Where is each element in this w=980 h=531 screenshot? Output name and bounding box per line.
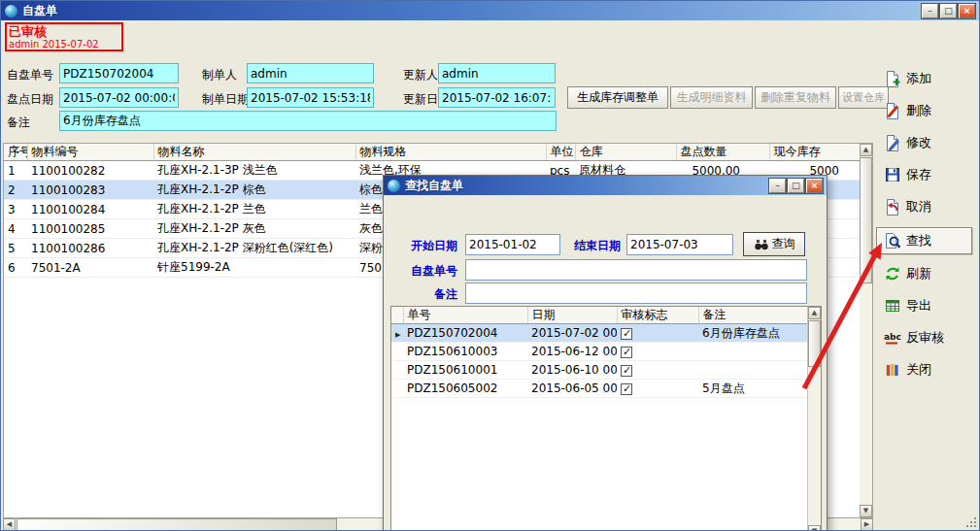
sidebar-button-label: 导出 [906,297,931,315]
dialog-close-button[interactable] [806,179,823,193]
table-cell: PDZ150605002 [403,380,527,398]
sidebar-button-delete[interactable]: 删除 [884,97,973,124]
sidebar-button-label: 查找 [906,232,931,249]
scroll-down-button[interactable] [808,525,821,531]
column-header[interactable]: 盘点数量 [676,144,769,161]
update-date-field[interactable] [438,87,556,108]
delete-icon [884,102,901,119]
scroll-thumb[interactable] [17,518,337,531]
dialog-minimize-button[interactable] [769,179,786,193]
svg-text:abc: abc [884,332,901,342]
stock-date-field[interactable] [59,87,179,108]
column-header[interactable]: 日期 [527,307,617,324]
updater-field[interactable] [438,63,556,83]
column-header[interactable]: 物料名称 [153,144,355,161]
sidebar-button-find[interactable]: 查找 [876,227,972,254]
column-header[interactable]: 现今库存 [769,144,861,161]
sidebar-button-label: 添加 [906,70,931,87]
generate-detail-button[interactable]: 生成明细资料 [670,86,753,109]
sidebar-button-label: 修改 [906,134,931,151]
scroll-thumb[interactable] [808,320,821,367]
delete-duplicate-button[interactable]: 删除重复物料 [755,86,836,109]
audit-checkbox[interactable] [621,328,632,340]
dialog-remark-input[interactable] [465,282,807,304]
sidebar-button-export[interactable]: 导出 [884,292,973,319]
table-row[interactable]: PDZ150610001 2015-06-10 00 [391,361,808,380]
sidebar-button-save[interactable]: 保存 [884,161,973,188]
remark-label: 备注 [7,115,30,131]
table-cell [617,380,698,398]
updater-label: 更新人 [403,67,438,83]
audit-status: 已审核 [9,24,119,39]
table-cell: 5 [4,239,27,258]
dialog-maximize-button[interactable] [788,179,804,193]
table-cell: 孔座XH-2.1-2P 灰色 [153,219,355,239]
table-cell: 孔座XH-2.1-2P 兰色 [153,200,355,219]
dialog-order-no-label: 自盘单号 [411,263,457,280]
minimize-button[interactable] [922,4,938,18]
audit-checkbox[interactable] [621,383,632,395]
column-header[interactable]: 单号 [403,307,527,324]
column-header[interactable]: 序号 [4,144,27,161]
dialog-vertical-scrollbar[interactable] [807,307,821,531]
sidebar-button-add[interactable]: 添加 [884,65,973,92]
create-date-field[interactable] [247,87,374,108]
dialog-title: 查找自盘单 [405,178,463,194]
start-date-input[interactable] [465,234,560,255]
scroll-down-button[interactable] [860,505,872,517]
set-warehouse-button[interactable]: 设置仓库 [838,86,889,109]
dialog-remark-label: 备注 [434,286,457,303]
unaudit-icon: abc [884,329,901,347]
sidebar-button-cancel[interactable]: 取消 [884,193,973,220]
table-cell [391,343,403,361]
order-no-field[interactable] [59,63,179,83]
titlebar[interactable]: 自盘单 [1,1,979,20]
window-title: 自盘单 [22,3,57,19]
table-cell: 6月份库存盘点 [698,324,808,343]
binoculars-icon [754,238,769,251]
column-header[interactable]: 仓库 [575,144,676,161]
scroll-left-button[interactable] [3,518,16,531]
dialog-order-no-input[interactable] [465,259,807,281]
column-header[interactable]: 物料规格 [355,144,546,161]
column-header[interactable]: 审核标志 [617,307,698,324]
sidebar-button-close[interactable]: 关闭 [884,356,973,383]
column-header[interactable]: 单位 [546,144,575,161]
close-button[interactable] [959,4,975,18]
column-header[interactable]: 备注 [698,307,808,324]
scroll-right-button[interactable] [861,518,873,531]
scroll-thumb[interactable] [860,157,872,283]
dialog-icon [388,180,400,192]
table-cell: 7501-2A [27,258,153,278]
refresh-icon [884,265,901,282]
main-vertical-scrollbar[interactable] [860,144,872,517]
generate-adjustment-button[interactable]: 生成库存调整单 [567,86,668,109]
table-row[interactable]: PDZ150702004 2015-07-02 00 6月份库存盘点 [391,324,808,343]
scroll-up-button[interactable] [860,144,872,156]
table-cell [391,380,403,398]
table-cell: 孔座XH-2.1-2P 棕色 [153,181,355,200]
resize-grip[interactable] [965,516,977,528]
sidebar-button-unaudit[interactable]: abc 反审核 [884,324,973,351]
table-cell: PDZ150702004 [403,324,527,343]
table-cell: 1100100282 [27,161,153,181]
query-button[interactable]: 查询 [743,232,805,256]
sidebar-button-label: 关闭 [906,361,931,379]
dialog-titlebar[interactable]: 查找自盘单 [384,176,827,195]
save-icon [884,166,901,183]
scroll-up-button[interactable] [808,307,821,319]
table-cell: 2015-06-12 00 [527,343,617,361]
header-row: 单号 日期 审核标志 备注 [391,307,808,324]
end-date-input[interactable] [626,234,733,255]
table-row[interactable]: PDZ150605002 2015-06-05 00 5月盘点 [391,380,808,398]
creator-field[interactable] [247,63,374,83]
column-header[interactable]: 物料编号 [27,144,153,161]
audit-checkbox[interactable] [621,365,632,377]
table-row[interactable]: PDZ150610003 2015-06-12 00 [391,343,808,361]
audit-checkbox[interactable] [621,347,632,358]
sidebar-button-edit[interactable]: 修改 [884,129,973,156]
sidebar-button-refresh[interactable]: 刷新 [884,260,973,287]
remark-field[interactable] [59,111,557,131]
maximize-button[interactable] [940,4,957,18]
table-cell: PDZ150610001 [403,361,527,380]
